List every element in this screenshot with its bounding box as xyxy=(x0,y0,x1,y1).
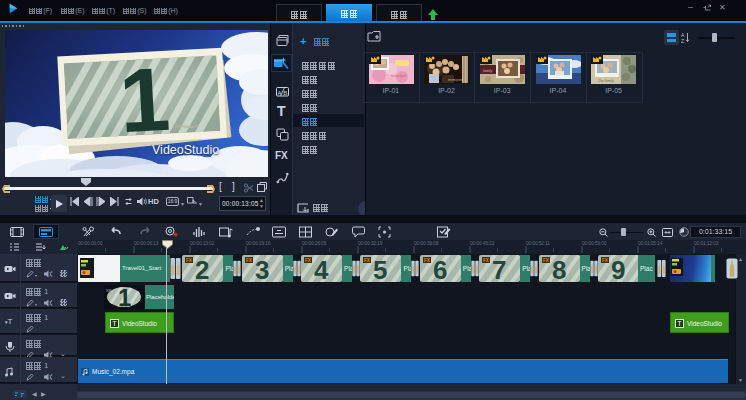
svg-text:SR: SR xyxy=(106,288,112,293)
svg-text:3: 3 xyxy=(255,255,269,282)
svg-text:4: 4 xyxy=(314,255,329,282)
svg-text:1: 1 xyxy=(118,285,131,309)
svg-text:FX: FX xyxy=(424,258,430,263)
svg-text:FX: FX xyxy=(364,258,370,263)
svg-text:A: A xyxy=(278,90,282,96)
svg-text:FX: FX xyxy=(543,258,549,263)
svg-text:FX: FX xyxy=(602,258,608,263)
svg-text:T: T xyxy=(20,392,25,397)
svg-text:FX: FX xyxy=(246,258,252,263)
svg-text:B: B xyxy=(283,90,287,96)
svg-text:family: family xyxy=(483,69,492,73)
svg-text:5: 5 xyxy=(373,255,387,282)
svg-text:7: 7 xyxy=(492,255,506,282)
svg-text:travelgirl: travelgirl xyxy=(391,73,406,78)
svg-text:memories: memories xyxy=(448,78,464,82)
svg-text:6: 6 xyxy=(433,255,447,282)
svg-text:2: 2 xyxy=(195,255,209,282)
svg-text:FX: FX xyxy=(483,258,489,263)
svg-text:8: 8 xyxy=(552,255,566,282)
svg-text:9: 9 xyxy=(611,255,625,282)
svg-text:FX: FX xyxy=(186,258,192,263)
svg-text:Our family: Our family xyxy=(598,79,614,83)
svg-text:VideoStudio: VideoStudio xyxy=(152,143,219,157)
svg-text:FX: FX xyxy=(305,258,311,263)
svg-text:Z: Z xyxy=(681,38,684,43)
